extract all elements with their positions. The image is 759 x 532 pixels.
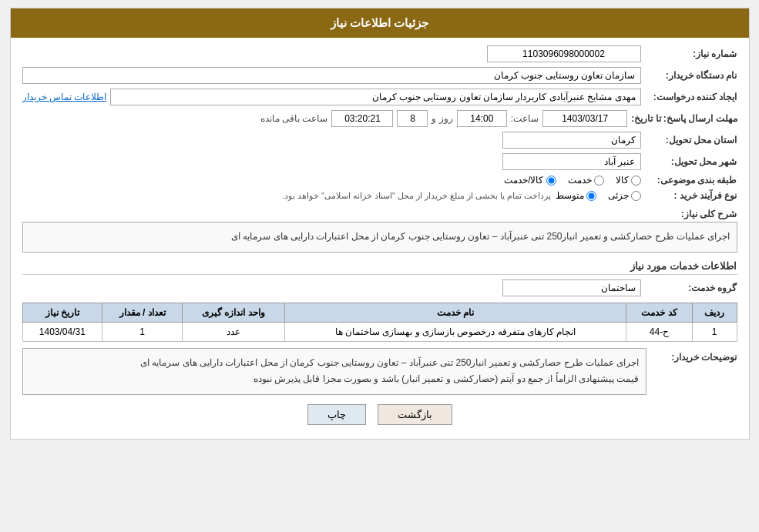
ostan-label: استان محل تحویل:: [645, 135, 737, 146]
tabaqe-kala-radio[interactable]: [631, 176, 641, 186]
navoe-motevasit-radio[interactable]: [586, 191, 596, 201]
back-button[interactable]: بازگشت: [378, 404, 452, 425]
navoe-motevasit-label: متوسط: [556, 190, 584, 201]
shomareNiaz-value: 1103096098000002: [487, 45, 641, 62]
navoe-radio-group: جزئی متوسط: [556, 190, 641, 201]
table-header-code: کد خدمت: [626, 303, 692, 322]
tabaqe-kala-item: کالا: [616, 175, 641, 186]
buyer-desc-text: اجرای عملیات طرح حصارکشی و تعمیر انبار25…: [22, 348, 646, 395]
ejadKonande-label: ایجاد کننده درخواست:: [645, 92, 737, 102]
sharh-label: شرح کلی نیاز:: [645, 206, 737, 219]
table-cell-date: 1403/04/31: [22, 322, 102, 341]
print-button[interactable]: چاپ: [307, 404, 366, 425]
page-title: جزئیات اطلاعات نیاز: [331, 16, 428, 29]
mohlat-days-label: روز و: [432, 113, 452, 124]
table-header-date: تاریخ نیاز: [22, 303, 102, 322]
buttons-row: بازگشت چاپ: [22, 404, 737, 425]
navoe-jozee-radio[interactable]: [631, 191, 641, 201]
tabaqe-khadamat-label: خدمت: [568, 175, 592, 186]
table-header-name: نام خدمت: [284, 303, 626, 322]
tabaqe-kala-khadamat-item: کالا/خدمت: [504, 175, 556, 186]
tabaqe-kala-khadamat-label: کالا/خدمت: [504, 175, 543, 186]
shahr-value: عنبر آباد: [502, 153, 641, 170]
table-cell-name: انجام کارهای متفرقه درخصوص بازسازی و بهس…: [284, 322, 626, 341]
shahr-label: شهر محل تحویل:: [645, 156, 737, 167]
navoe-jozee-item: جزئی: [608, 190, 641, 201]
shomareNiaz-label: شماره نیاز:: [645, 49, 737, 59]
table-cell-unit: عدد: [182, 322, 284, 341]
mohlat-days: 8: [397, 110, 428, 127]
mohlat-date: 1403/03/17: [542, 110, 627, 127]
mohlat-remaining: 03:20:21: [331, 110, 393, 127]
navoe-motevasit-item: متوسط: [556, 190, 596, 201]
tabaqe-kala-khadamat-radio[interactable]: [546, 176, 556, 186]
tabaqe-label: طبقه بندی موضوعی:: [645, 175, 737, 186]
sharh-value: اجرای عملیات طرح حصارکشی و تعمیر انبار25…: [22, 222, 737, 253]
table-header-unit: واحد اندازه گیری: [182, 303, 284, 322]
table-row: 1ح-44انجام کارهای متفرقه درخصوص بازسازی …: [22, 322, 737, 341]
services-table: ردیف کد خدمت نام خدمت واحد اندازه گیری ت…: [22, 303, 737, 342]
table-header-qty: تعداد / مقدار: [102, 303, 183, 322]
table-cell-qty: 1: [102, 322, 183, 341]
tabaqe-kala-label: کالا: [616, 175, 629, 186]
tabaqe-khadamat-item: خدمت: [568, 175, 604, 186]
table-cell-code: ح-44: [626, 322, 692, 341]
table-header-radif: ردیف: [692, 303, 737, 322]
gorohe-khadamat-value: ساختمان: [502, 279, 641, 296]
buyer-section: توضیحات خریدار: اجرای عملیات طرح حصارکشی…: [22, 348, 737, 395]
tabaqe-khadamat-radio[interactable]: [594, 176, 604, 186]
navoe-farayand-label: نوع فرآیند خرید :: [645, 190, 737, 201]
gorohe-khadamat-label: گروه خدمت:: [645, 283, 737, 293]
khadamat-header: اطلاعات خدمات مورد نیاز: [22, 260, 737, 275]
mohlat-time: 14:00: [457, 110, 507, 127]
page-header: جزئیات اطلاعات نیاز: [11, 8, 749, 38]
table-cell-radif: 1: [692, 322, 737, 341]
navoe-jozee-label: جزئی: [608, 190, 629, 201]
mohlat-remaining-label: ساعت باقی مانده: [260, 113, 328, 124]
buyer-desc-label: توضیحات خریدار:: [653, 348, 737, 395]
navoe-note: پرداخت تمام یا بخشی از مبلغ خریدار از مح…: [22, 191, 552, 201]
ejadKonande-link[interactable]: اطلاعات تماس خریدار: [22, 92, 107, 102]
namDastgah-label: نام دستگاه خریدار:: [645, 70, 737, 81]
tabaqe-radio-group: کالا خدمت کالا/خدمت: [504, 175, 640, 186]
mohlat-time-label: ساعت:: [511, 113, 539, 124]
namDastgah-value: سازمان تعاون روستایی جنوب کرمان: [22, 67, 641, 84]
ejadKonande-value: مهدی مشایخ عنبرآبادی کاربردار سازمان تعا…: [110, 89, 640, 105]
buyer-desc-content: اجرای عملیات طرح حصارکشی و تعمیر انبار25…: [22, 348, 646, 395]
mohlat-label: مهلت ارسال پاسخ: تا تاریخ:: [631, 113, 737, 124]
ostan-value: کرمان: [502, 132, 641, 149]
